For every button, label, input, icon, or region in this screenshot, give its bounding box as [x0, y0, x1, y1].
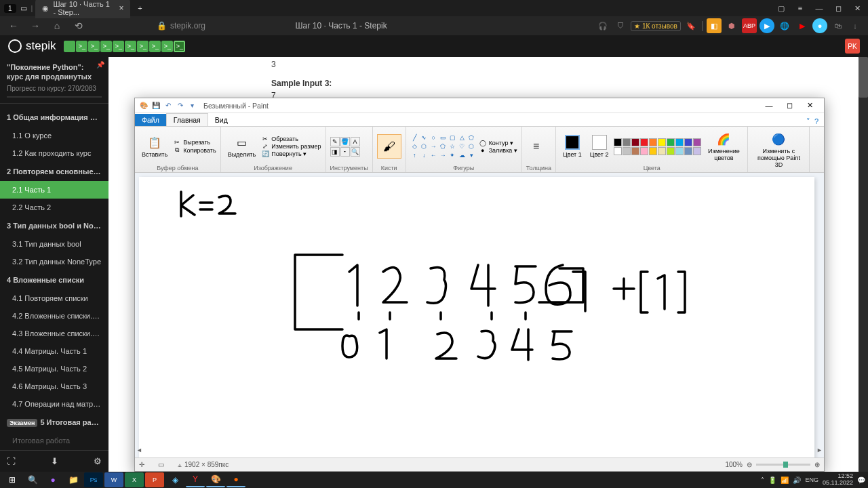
paint-maximize-button[interactable]: ◻: [779, 99, 800, 113]
zoom-slider[interactable]: [756, 464, 810, 466]
paint-titlebar[interactable]: 🎨 💾 ↶ ↷ ▾ Безымянный - Paint — ◻ ✕: [135, 98, 824, 113]
minimize-icon[interactable]: —: [812, 1, 826, 15]
crop-button[interactable]: ✂Обрезать: [261, 136, 321, 142]
palette-swatch[interactable]: [614, 138, 622, 146]
ribbon-tab-view[interactable]: Вид: [208, 114, 235, 126]
tabs-folder-icon[interactable]: ▭: [19, 4, 28, 13]
step-pill[interactable]: >_: [88, 41, 100, 52]
paste-button[interactable]: 📋 Вставить: [139, 134, 170, 159]
maximize-icon[interactable]: ◻: [831, 1, 845, 15]
picker-tool-icon[interactable]: ⁃: [340, 147, 350, 157]
home-button[interactable]: ⌂: [49, 18, 65, 34]
sidebar-item[interactable]: 4.4 Матрицы. Часть 1: [0, 342, 108, 360]
task-app-1[interactable]: ●: [43, 472, 62, 487]
palette-swatch[interactable]: [614, 147, 622, 155]
shapes-gallery[interactable]: ╱∿○▭▢△⬠ ◇⬡→⬠☆♡⬡ ↑↓←→✦☁▾: [410, 134, 476, 159]
step-pill-current[interactable]: >_: [174, 41, 185, 52]
color2-button[interactable]: Цвет 2: [587, 134, 612, 159]
paint-close-button[interactable]: ✕: [800, 99, 820, 113]
sidebar-item[interactable]: 1.1 О курсе: [0, 127, 108, 144]
tray-volume-icon[interactable]: 🔊: [793, 476, 801, 484]
brush-button[interactable]: 🖌: [377, 134, 401, 159]
tray-wifi-icon[interactable]: 📶: [781, 476, 789, 484]
color1-button[interactable]: Цвет 1: [560, 134, 585, 159]
bookmark-icon[interactable]: 🔖: [684, 18, 698, 33]
palette-swatch[interactable]: [631, 138, 639, 146]
profile-icon[interactable]: ●: [812, 18, 827, 33]
start-button[interactable]: ⊞: [3, 472, 22, 487]
copy-button[interactable]: ⧉Копировать: [173, 146, 216, 154]
sidebar-section[interactable]: 3 Тип данных bool и None...: [0, 216, 108, 235]
step-pill[interactable]: >_: [149, 41, 161, 52]
select-button[interactable]: ▭ Выделить: [225, 134, 259, 159]
sidebar-item[interactable]: 2.1 Часть 1: [0, 181, 108, 199]
step-pill[interactable]: >_: [76, 41, 87, 52]
sidebar-item[interactable]: Итоговая работа: [0, 432, 108, 449]
address-bar[interactable]: 🔒 stepik.org Шаг 10 · Часть 1 - Stepik: [92, 21, 590, 30]
ribbon-tab-file[interactable]: Файл: [135, 114, 166, 126]
sidebar-item[interactable]: 3.2 Тип данных NoneType: [0, 253, 108, 270]
sidebar-item[interactable]: 4.3 Вложенные списки. Ча...: [0, 325, 108, 342]
sidebar-section[interactable]: 2 Повторяем основные ко...: [0, 162, 108, 181]
task-powerpoint[interactable]: P: [145, 472, 164, 487]
back-button[interactable]: ←: [5, 18, 22, 34]
fill-tool-icon[interactable]: 🪣: [340, 137, 350, 146]
palette-swatch[interactable]: [649, 138, 657, 146]
palette-swatch[interactable]: [675, 147, 684, 155]
user-avatar[interactable]: PK: [845, 39, 860, 54]
palette-swatch[interactable]: [675, 138, 684, 146]
cart-icon[interactable]: 🛍: [830, 18, 845, 33]
paint-minimize-button[interactable]: —: [759, 99, 779, 113]
thickness-button[interactable]: ≡: [526, 138, 547, 155]
resize-button[interactable]: ⤢Изменить размер: [261, 143, 321, 150]
palette-swatch[interactable]: [667, 147, 675, 155]
download-course-icon[interactable]: ⬇: [51, 456, 58, 466]
sidebar-item[interactable]: 2.2 Часть 2: [0, 199, 108, 216]
palette-swatch[interactable]: [623, 147, 631, 155]
paint-canvas[interactable]: [139, 177, 814, 458]
search-button[interactable]: 🔍: [23, 472, 42, 487]
palette-swatch[interactable]: [623, 138, 631, 146]
sidebar-section[interactable]: 1 Общая информация о ку...: [0, 108, 108, 127]
ribbon-tab-home[interactable]: Главная: [166, 113, 208, 126]
reviews-badge[interactable]: ★ 1К отзывов: [631, 21, 681, 31]
text-tool-icon[interactable]: A: [351, 137, 360, 146]
task-app-2[interactable]: ◈: [165, 472, 184, 487]
tab-count[interactable]: 1: [4, 4, 16, 13]
abp-icon[interactable]: ABP: [742, 18, 757, 33]
cut-button[interactable]: ✂Вырезать: [173, 139, 216, 146]
sidebar-section[interactable]: Экзамен5 Итоговая работа...: [0, 413, 108, 432]
tray-lang[interactable]: ENG: [805, 476, 818, 483]
palette-swatch[interactable]: [640, 147, 648, 155]
task-explorer[interactable]: 📁: [64, 472, 83, 487]
tray-clock[interactable]: 12:52 05.11.2022: [823, 473, 853, 487]
sidebar-item[interactable]: 4.5 Матрицы. Часть 2: [0, 360, 108, 378]
sidebar-item[interactable]: 4.1 Повторяем списки: [0, 289, 108, 307]
stepik-logo[interactable]: stepik: [8, 39, 56, 53]
globe-icon[interactable]: 🌐: [777, 18, 792, 33]
window-restore-icon[interactable]: ▢: [774, 1, 788, 15]
shield-icon[interactable]: ⛉: [613, 18, 628, 33]
task-app-3[interactable]: ●: [226, 472, 245, 487]
pin-icon[interactable]: 📌: [96, 61, 104, 68]
palette-swatch[interactable]: [684, 147, 692, 155]
new-tab-button[interactable]: +: [133, 1, 146, 15]
zoom-out-button[interactable]: ⊖: [747, 461, 752, 468]
notifications-icon[interactable]: 💬: [857, 476, 865, 484]
paint3d-button[interactable]: 🔵 Изменить с помощью Paint 3D: [752, 130, 805, 169]
sidebar-item[interactable]: 1.2 Как проходить курс: [0, 144, 108, 162]
task-photoshop[interactable]: Ps: [84, 472, 103, 487]
reload-button[interactable]: ⟲: [71, 18, 87, 34]
forward-button[interactable]: →: [27, 18, 43, 34]
palette-swatch[interactable]: [640, 138, 648, 146]
outline-button[interactable]: ◯Контур ▾: [479, 140, 517, 146]
browser-menu-icon[interactable]: ≡: [793, 1, 807, 15]
tab-close-icon[interactable]: ×: [119, 3, 123, 13]
step-pill[interactable]: >_: [100, 41, 112, 52]
task-word[interactable]: W: [104, 472, 123, 487]
rotate-button[interactable]: 🔄Повернуть ▾: [261, 150, 321, 157]
sidebar-item[interactable]: 4.2 Вложенные списки. Ча...: [0, 307, 108, 325]
task-paint[interactable]: 🎨: [206, 472, 225, 487]
palette-swatch[interactable]: [684, 138, 692, 146]
palette-swatch[interactable]: [631, 147, 639, 155]
